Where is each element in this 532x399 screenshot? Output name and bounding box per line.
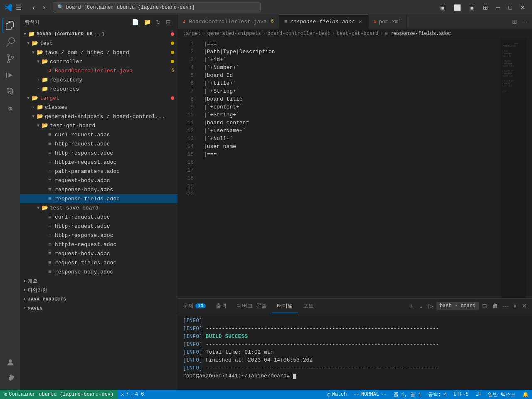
code-content[interactable]: |===|Path|Type|Description|`+id+`|`+Numb… <box>199 38 501 298</box>
activity-source-control[interactable] <box>2 51 17 66</box>
tree-response-body[interactable]: ≡ response-body.adoc <box>20 185 177 194</box>
breadcrumb-test-get-board[interactable]: test-get-board <box>337 31 379 37</box>
code-line-10: |board title <box>199 95 501 103</box>
tab-response-fields[interactable]: ≡ response-fields.adoc ✕ <box>279 15 369 29</box>
panel-tab-terminal[interactable]: 터미널 <box>272 299 298 313</box>
tree-http-response[interactable]: ≡ http-response.adoc <box>20 148 177 158</box>
tree-resources[interactable]: › 📁 resources <box>20 84 177 94</box>
status-watch[interactable]: ◯ Watch <box>324 390 350 399</box>
code-line-9: |`+String+` <box>199 87 501 95</box>
activity-search[interactable] <box>2 34 17 49</box>
tab-close-response-fields[interactable]: ✕ <box>357 18 363 26</box>
collapse-all-button[interactable]: ⊟ <box>164 18 172 26</box>
tree-curl-request[interactable]: ≡ curl-request.adoc <box>20 130 177 139</box>
hamburger-menu-icon[interactable]: ☰ <box>16 3 22 12</box>
code-line-6: |board Id <box>199 71 501 79</box>
section-overview[interactable]: › 개요 <box>20 276 177 286</box>
section-maven[interactable]: › MAVEN <box>20 304 177 313</box>
refresh-button[interactable]: ↻ <box>154 18 163 26</box>
terminal-more-button[interactable]: ··· <box>501 301 510 311</box>
panel-maximize-button[interactable]: ∧ <box>511 301 519 311</box>
panel-close-button[interactable]: ✕ <box>520 301 529 311</box>
breadcrumb-board-controller-test[interactable]: board-controller-test <box>267 31 330 37</box>
status-container-item[interactable]: ⚙ Container ubuntu (lapine-board-dev) <box>0 390 118 399</box>
layout-sidebar-button[interactable]: ▣ <box>438 2 448 12</box>
tree-httpie-request[interactable]: ≡ httpie-request.adoc <box>20 158 177 167</box>
status-language[interactable]: 일반 텍스트 <box>485 390 519 399</box>
status-position[interactable]: 줄 1, 열 1 <box>390 390 425 399</box>
forward-button[interactable]: › <box>39 2 48 13</box>
tree-save-response-body[interactable]: ≡ response-body.adoc <box>20 267 177 276</box>
tree-save-httpie-request[interactable]: ≡ httpie-request.adoc <box>20 240 177 249</box>
terminal-trash-button[interactable]: 🗑 <box>490 301 500 311</box>
line-number-4: 4 <box>178 64 194 71</box>
terminal-layout-button[interactable]: ⊟ <box>480 301 489 311</box>
activity-accounts[interactable] <box>2 355 17 370</box>
tree-generated-snippets[interactable]: ▼ 📂 generated-snippets / board-control..… <box>20 112 177 121</box>
tree-save-http-request[interactable]: ≡ http-request.adoc <box>20 222 177 231</box>
minimize-button[interactable]: ─ <box>494 2 503 12</box>
tree-request-body[interactable]: ≡ request-body.adoc <box>20 176 177 185</box>
tree-response-fields[interactable]: ≡ response-fields.adoc <box>20 194 177 203</box>
tree-test-save-board[interactable]: ▼ 📂 test-save-board <box>20 203 177 212</box>
tree-java[interactable]: ▼ 📂 java / com / hitec / board <box>20 48 177 57</box>
tree-http-request[interactable]: ≡ http-request.adoc <box>20 139 177 148</box>
activity-run[interactable] <box>2 68 17 83</box>
panel-tab-ports[interactable]: 포트 <box>298 299 319 313</box>
code-line-4: |`+id+` <box>199 56 501 64</box>
tree-target[interactable]: ▼ 📂 target <box>20 94 177 103</box>
back-button[interactable]: ‹ <box>29 2 38 13</box>
panel-tab-output[interactable]: 출력 <box>211 299 232 313</box>
line-number-5: 5 <box>178 71 194 79</box>
search-bar[interactable]: 🔍 board [Container ubuntu (lapine-board-… <box>53 2 261 12</box>
adoc-icon-save-curl: ≡ <box>47 214 53 220</box>
breadcrumb-response-fields[interactable]: response-fields.adoc <box>391 31 451 37</box>
tree-save-curl-request[interactable]: ≡ curl-request.adoc <box>20 212 177 222</box>
new-terminal-button[interactable]: + <box>409 301 415 311</box>
tree-classes[interactable]: › 📁 classes <box>20 103 177 112</box>
terminal-split-button[interactable]: ⌄ <box>417 301 425 311</box>
activity-explorer[interactable] <box>2 18 17 33</box>
tab-pom-xml[interactable]: ⊙ pom.xml <box>369 15 407 29</box>
tree-repository[interactable]: › 📁 repository <box>20 75 177 84</box>
tree-path-parameters[interactable]: ≡ path-parameters.adoc <box>20 167 177 176</box>
close-button[interactable]: ✕ <box>518 2 528 12</box>
status-line-ending[interactable]: LF <box>472 390 484 399</box>
status-errors[interactable]: ✕ 7 ⚠ 4 6 <box>118 390 147 399</box>
folder-repository-icon: 📁 <box>42 76 48 83</box>
status-spaces[interactable]: 공백: 4 <box>425 390 451 399</box>
new-folder-button[interactable]: 📁 <box>142 18 153 26</box>
folder-classes-icon: 📁 <box>37 104 43 111</box>
maximize-button[interactable]: □ <box>506 2 515 12</box>
status-notifications[interactable]: 🔔 <box>519 390 532 399</box>
new-file-button[interactable]: 📄 <box>130 18 140 26</box>
status-mode[interactable]: -- NORMAL -- <box>350 390 390 399</box>
breadcrumb-generated-snippets[interactable]: generated-snippets <box>207 31 261 37</box>
tree-test-get-board[interactable]: ▼ 📂 test-get-board <box>20 121 177 130</box>
layout-split-button[interactable]: ▣ <box>467 2 477 12</box>
split-editor-button[interactable]: ⊞ <box>510 17 519 27</box>
status-encoding[interactable]: UTF-8 <box>450 390 472 399</box>
activity-settings[interactable] <box>2 372 17 387</box>
panel-tab-problems[interactable]: 문제 13 <box>178 299 211 313</box>
tree-save-request-body[interactable]: ≡ request-body.adoc <box>20 249 177 258</box>
more-actions-button[interactable]: ··· <box>520 17 529 27</box>
tab-boardcontrollertest[interactable]: J BoardControllerTest.java 6 <box>178 15 279 29</box>
activity-testing[interactable]: ⚗ <box>2 101 17 116</box>
section-java-projects[interactable]: › JAVA PROJECTS <box>20 295 177 304</box>
customize-layout-button[interactable]: ⊞ <box>480 2 490 12</box>
tree-boardcontrollertest[interactable]: J BoardControllerTest.java 6 <box>20 66 177 75</box>
tree-test[interactable]: ▼ 📂 test <box>20 39 177 48</box>
launch-profile-button[interactable]: ▷ <box>427 301 435 311</box>
editor-scrollbar[interactable] <box>526 38 532 298</box>
activity-extensions[interactable] <box>2 84 17 99</box>
breadcrumb-target[interactable]: target <box>183 31 201 37</box>
layout-panel-button[interactable]: ⬜ <box>451 2 463 12</box>
section-timeline[interactable]: › 타임라인 <box>20 286 177 295</box>
tree-root[interactable]: ▼ 📁 BOARD [CONTAINER UB...] <box>20 30 177 39</box>
tree-save-http-response[interactable]: ≡ http-response.adoc <box>20 231 177 240</box>
tree-save-request-fields[interactable]: ≡ request-fields.adoc <box>20 258 177 267</box>
tree-controller[interactable]: ▼ 📂 controller <box>20 57 177 66</box>
code-editor[interactable]: 1234567891011121314151617181920 |===|Pat… <box>178 38 532 298</box>
panel-tab-debug-console[interactable]: 디버그 콘솔 <box>232 299 272 313</box>
